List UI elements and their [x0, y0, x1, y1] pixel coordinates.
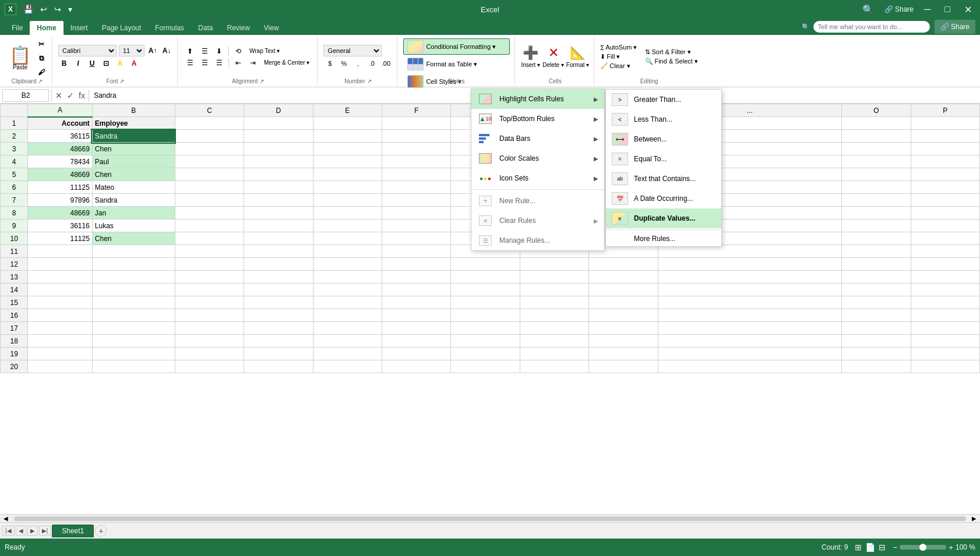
- share-label[interactable]: 🔗 Share: [884, 5, 914, 13]
- cell-f4[interactable]: [382, 155, 451, 168]
- tab-formulas[interactable]: Formulas: [148, 21, 191, 35]
- format-button[interactable]: 📐 Format ▾: [566, 45, 589, 68]
- scroll-left-button[interactable]: ◀: [0, 515, 12, 522]
- submenu-duplicate-values[interactable]: ≡ Duplicate Values...: [606, 208, 721, 228]
- delete-button[interactable]: ✕ Delete ▾: [542, 45, 564, 68]
- align-left-button[interactable]: ☰: [184, 58, 196, 68]
- submenu-between[interactable]: ⟷ Between...: [606, 129, 721, 149]
- align-right-button[interactable]: ☰: [213, 58, 225, 68]
- cut-button[interactable]: ✂: [36, 38, 47, 50]
- cell-a1[interactable]: Account: [28, 117, 92, 130]
- wrap-text-button[interactable]: Wrap Text ▾: [246, 47, 283, 55]
- sheet-nav-first[interactable]: |◀: [2, 526, 15, 536]
- page-layout-view-button[interactable]: 📄: [865, 543, 875, 552]
- format-painter-button[interactable]: 🖌: [36, 66, 47, 78]
- customize-qat-button[interactable]: ▾: [66, 3, 75, 15]
- cell-d4[interactable]: [244, 155, 313, 168]
- add-sheet-button[interactable]: +: [95, 525, 107, 537]
- cf-item-icon-sets[interactable]: ● ● ● Icon Sets ▶: [471, 168, 604, 188]
- cell-a10[interactable]: 11125: [28, 232, 92, 245]
- column-header-b[interactable]: B: [92, 104, 175, 117]
- cell-d2[interactable]: [244, 130, 313, 143]
- cell-c5[interactable]: [175, 168, 244, 181]
- cell-b8[interactable]: Jan: [92, 207, 175, 219]
- decrease-indent-button[interactable]: ⇤: [232, 58, 245, 68]
- confirm-formula-button[interactable]: ✓: [66, 90, 75, 101]
- fill-color-button[interactable]: A: [114, 58, 126, 69]
- fill-button[interactable]: ⬇ Fill ▾: [600, 53, 637, 61]
- find-select-button[interactable]: 🔍 Find & Select ▾: [645, 58, 697, 65]
- insert-function-button[interactable]: fx: [77, 90, 86, 101]
- column-header-p[interactable]: P: [911, 104, 979, 117]
- maximize-button[interactable]: □: [941, 3, 954, 16]
- merge-center-button[interactable]: Merge & Center ▾: [261, 58, 312, 67]
- cell-c1[interactable]: [175, 117, 244, 130]
- conditional-formatting-button[interactable]: Conditional Formatting ▾: [403, 38, 510, 55]
- cell-a7[interactable]: 97896: [28, 194, 92, 207]
- submenu-more-rules[interactable]: More Rules...: [606, 231, 721, 246]
- submenu-equal-to[interactable]: = Equal To...: [606, 149, 721, 169]
- cell-b2[interactable]: Sandra: [92, 130, 175, 143]
- increase-indent-button[interactable]: ⇥: [246, 58, 259, 68]
- cell-a2[interactable]: 36115: [28, 130, 92, 143]
- cell-p1[interactable]: [911, 117, 979, 130]
- column-header-e[interactable]: E: [313, 104, 382, 117]
- paste-button[interactable]: 📋 Paste: [7, 45, 33, 72]
- tab-view[interactable]: View: [257, 21, 286, 35]
- italic-button[interactable]: I: [72, 58, 84, 69]
- cf-main-menu[interactable]: Highlight Cells Rules ▶ > Greater Than..…: [471, 88, 605, 251]
- font-name-select[interactable]: Calibri: [58, 45, 117, 56]
- align-bottom-button[interactable]: ⬇: [213, 46, 225, 56]
- share-button[interactable]: 🔗 Share: [935, 20, 975, 34]
- cell-b6[interactable]: Mateo: [92, 181, 175, 194]
- cf-item-clear-rules[interactable]: ✕ Clear Rules ▶: [471, 211, 604, 231]
- decrease-font-button[interactable]: A↓: [161, 45, 172, 56]
- cell-reference-box[interactable]: [2, 89, 49, 102]
- cell-b5[interactable]: Chen: [92, 168, 175, 181]
- tab-insert[interactable]: Insert: [64, 21, 95, 35]
- highlight-cells-submenu[interactable]: > Greater Than... < Less Than... ⟷ Betwe…: [605, 89, 722, 247]
- cell-c2[interactable]: [175, 130, 244, 143]
- cf-item-new-rule[interactable]: + New Rule...: [471, 191, 604, 211]
- zoom-out-button[interactable]: −: [893, 543, 897, 552]
- cell-d1[interactable]: [244, 117, 313, 130]
- sheet-nav-prev[interactable]: ◀: [16, 526, 26, 536]
- format-as-table-button[interactable]: Format as Table ▾: [403, 56, 510, 72]
- undo-button[interactable]: ↩: [38, 3, 50, 15]
- underline-button[interactable]: U: [86, 58, 98, 69]
- align-top-button[interactable]: ⬆: [184, 46, 196, 56]
- align-middle-button[interactable]: ☰: [198, 46, 211, 56]
- cell-a3[interactable]: 48669: [28, 143, 92, 155]
- submenu-less-than[interactable]: < Less Than...: [606, 109, 721, 129]
- cell-b1[interactable]: Employee: [92, 117, 175, 130]
- scroll-track[interactable]: [14, 516, 966, 521]
- submenu-date-occurring[interactable]: 📅 A Date Occurring...: [606, 189, 721, 208]
- column-header-d[interactable]: D: [244, 104, 313, 117]
- font-color-button[interactable]: A: [128, 58, 140, 69]
- cell-o2[interactable]: [842, 130, 911, 143]
- tab-page-layout[interactable]: Page Layout: [95, 21, 148, 35]
- cell-e1[interactable]: [313, 117, 382, 130]
- autosum-button[interactable]: Σ AutoSum ▾: [600, 44, 637, 51]
- zoom-thumb[interactable]: [919, 544, 926, 551]
- increase-font-button[interactable]: A↑: [147, 45, 158, 56]
- cf-item-color-scales[interactable]: Color Scales ▶: [471, 148, 604, 168]
- cell-f2[interactable]: [382, 130, 451, 143]
- redo-button[interactable]: ↪: [52, 3, 64, 15]
- submenu-greater-than[interactable]: > Greater Than...: [606, 90, 721, 109]
- cell-a5[interactable]: 48669: [28, 168, 92, 181]
- insert-button[interactable]: ➕ Insert ▾: [521, 45, 540, 68]
- sheet-tab-sheet1[interactable]: Sheet1: [52, 525, 94, 537]
- zoom-slider[interactable]: [900, 545, 946, 550]
- search-icon[interactable]: 🔍: [859, 3, 877, 16]
- cancel-formula-button[interactable]: ✕: [54, 90, 64, 101]
- cf-item-manage-rules[interactable]: ☰ Manage Rules...: [471, 231, 604, 250]
- decrease-decimal-button[interactable]: .00: [379, 58, 392, 69]
- tab-home[interactable]: Home: [30, 21, 63, 35]
- close-button[interactable]: ✕: [961, 3, 975, 16]
- cell-o1[interactable]: [842, 117, 911, 130]
- cf-item-top-bottom[interactable]: ▲10 Top/Bottom Rules ▶: [471, 109, 604, 129]
- cell-a6[interactable]: 11125: [28, 181, 92, 194]
- tab-file[interactable]: File: [5, 21, 30, 35]
- increase-decimal-button[interactable]: .0: [365, 58, 378, 69]
